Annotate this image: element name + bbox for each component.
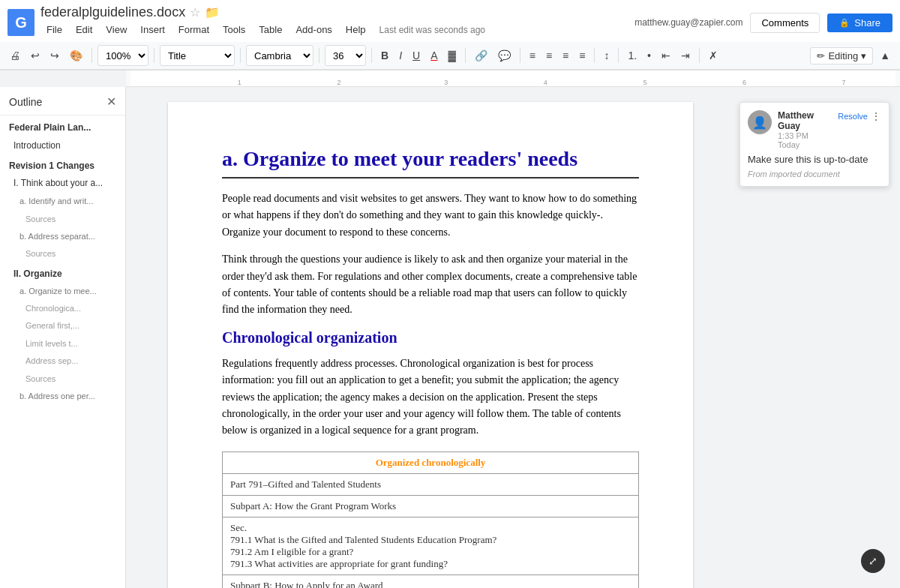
outline-item[interactable]: a. Identify and writ... [0, 193, 125, 210]
table-header: Organized chronologically [223, 452, 639, 473]
outline-title: Outline [9, 96, 42, 108]
outline-item[interactable]: b. Address one per... [0, 388, 125, 405]
editing-mode-selector[interactable]: ✏ Editing ▾ [810, 47, 873, 64]
outline-item[interactable]: Revision 1 Changes [0, 155, 125, 175]
table-row: Sec. 791.1 What is the Gifted and Talent… [223, 517, 639, 574]
align-right-button[interactable]: ≡ [559, 45, 572, 66]
menu-table[interactable]: Table [253, 22, 288, 38]
justify-button[interactable]: ≡ [575, 45, 589, 66]
star-icon[interactable]: ☆ [190, 5, 200, 20]
comment-box: 👤 Matthew Guay 1:33 PM Today Resolve ⋮ M… [740, 102, 890, 187]
separator-1 [92, 48, 92, 63]
zoom-selector[interactable]: 100% [98, 45, 148, 66]
menu-tools[interactable]: Tools [217, 22, 251, 38]
comment-source: From imported document [748, 170, 881, 178]
outline-item[interactable]: b. Address separat... [0, 228, 125, 245]
close-outline-button[interactable]: ✕ [106, 94, 116, 109]
share-label: Share [854, 17, 880, 28]
separator-5 [371, 48, 372, 63]
collapse-toolbar-button[interactable]: ▲ [876, 45, 894, 66]
pencil-icon: ✏ [817, 50, 825, 62]
increase-indent-button[interactable]: ⇥ [677, 45, 694, 66]
user-email: matthew.guay@zapier.com [634, 17, 742, 28]
table-row: Subpart A: How the Grant Program Works [223, 495, 639, 517]
paragraph-1: People read documents and visit websites… [222, 190, 639, 241]
resolve-button[interactable]: Resolve [838, 110, 868, 122]
outline-item[interactable]: I. Think about your a... [0, 174, 125, 193]
outline-item[interactable]: a. Organize to mee... [0, 283, 125, 300]
print-button[interactable]: 🖨 [6, 45, 24, 66]
document-area[interactable]: a. Organize to meet your readers' needs … [126, 87, 735, 588]
italic-button[interactable]: I [395, 45, 406, 66]
comments-button[interactable]: Comments [750, 13, 820, 33]
font-selector[interactable]: Cambria [246, 45, 314, 66]
separator-10 [699, 48, 700, 63]
menu-file[interactable]: File [40, 22, 68, 38]
style-selector[interactable]: Title [160, 45, 235, 66]
outline-panel: Outline ✕ Federal Plain Lan... Introduct… [0, 87, 126, 588]
table-row: Part 791–Gifted and Talented Students [223, 473, 639, 495]
ruler: 1 2 3 4 5 6 7 [126, 70, 900, 87]
subheading-chronological: Chronological organization [222, 329, 639, 346]
menu-addons[interactable]: Add-ons [290, 22, 338, 38]
separator-6 [465, 48, 466, 63]
heading-divider [222, 177, 639, 178]
link-button[interactable]: 🔗 [471, 45, 491, 66]
outline-item[interactable]: Address sep... [0, 352, 125, 370]
paint-format-button[interactable]: 🎨 [66, 45, 86, 66]
line-spacing-button[interactable]: ↕ [600, 45, 613, 66]
comment-more-button[interactable]: ⋮ [871, 110, 881, 122]
comment-author: Matthew Guay [778, 110, 832, 131]
outline-item[interactable]: Sources [0, 245, 125, 262]
paragraph-3: Regulations frequently address processes… [222, 356, 639, 440]
lock-icon: 🔒 [839, 18, 850, 28]
editing-mode-label: Editing [828, 50, 858, 62]
outline-item[interactable]: Introduction [0, 136, 125, 155]
font-size-selector[interactable]: 36 [325, 45, 366, 66]
menu-edit[interactable]: Edit [70, 22, 98, 38]
share-button[interactable]: 🔒 Share [827, 14, 892, 32]
paragraph-2: Think through the questions your audienc… [222, 251, 639, 319]
google-docs-icon: G [8, 9, 34, 36]
numbered-list-button[interactable]: 1. [624, 45, 640, 66]
text-color-button[interactable]: A [427, 45, 441, 66]
avatar: 👤 [748, 110, 772, 134]
align-center-button[interactable]: ≡ [542, 45, 556, 66]
separator-7 [520, 48, 520, 63]
document-title[interactable]: federalplguidelines.docx [40, 4, 185, 20]
bold-button[interactable]: B [377, 45, 392, 66]
last-edit-status: Last edit was seconds ago [380, 25, 485, 35]
outline-item[interactable]: Limit levels t... [0, 335, 125, 352]
separator-4 [319, 48, 320, 63]
separator-8 [594, 48, 595, 63]
clear-formatting-button[interactable]: ✗ [705, 45, 722, 66]
menu-insert[interactable]: Insert [134, 22, 171, 38]
outline-item[interactable]: II. Organize [0, 263, 125, 283]
separator-2 [154, 48, 154, 63]
outline-item[interactable]: Chronologica... [0, 300, 125, 317]
outline-item[interactable]: Federal Plain Lan... [0, 116, 125, 136]
folder-icon[interactable]: 📁 [205, 5, 220, 20]
organized-chronologically-table: Organized chronologically Part 791–Gifte… [222, 452, 639, 588]
comment-inline-button[interactable]: 💬 [494, 45, 514, 66]
outline-item[interactable]: General first,... [0, 317, 125, 334]
decrease-indent-button[interactable]: ⇤ [658, 45, 674, 66]
undo-button[interactable]: ↩ [27, 45, 44, 66]
comment-panel: 👤 Matthew Guay 1:33 PM Today Resolve ⋮ M… [735, 87, 900, 588]
expand-button[interactable]: ⤢ [861, 549, 885, 573]
document-heading: a. Organize to meet your readers' needs [222, 147, 639, 171]
align-left-button[interactable]: ≡ [526, 45, 539, 66]
highlight-button[interactable]: ▓ [444, 45, 459, 66]
redo-button[interactable]: ↪ [46, 45, 63, 66]
underline-button[interactable]: U [409, 45, 424, 66]
comment-time: 1:33 PM Today [778, 131, 832, 149]
menu-view[interactable]: View [100, 22, 133, 38]
chevron-down-icon: ▾ [861, 50, 866, 62]
menu-format[interactable]: Format [172, 22, 215, 38]
outline-item[interactable]: Sources [0, 370, 125, 388]
menu-help[interactable]: Help [340, 22, 372, 38]
outline-item[interactable]: Sources [0, 211, 125, 228]
separator-3 [240, 48, 241, 63]
document-page[interactable]: a. Organize to meet your readers' needs … [168, 102, 693, 588]
bulleted-list-button[interactable]: • [644, 45, 655, 66]
